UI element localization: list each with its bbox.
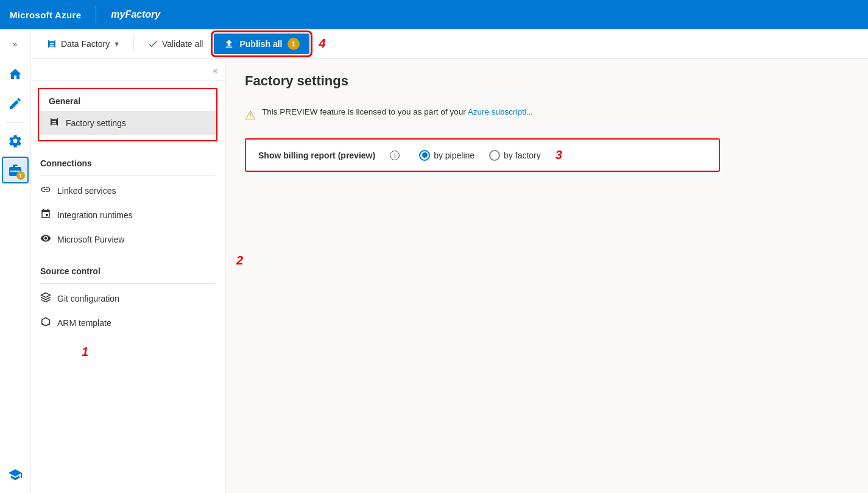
linked-services-label: Linked services	[57, 186, 116, 196]
billing-label: Show billing report (preview)	[258, 151, 375, 160]
git-icon	[40, 292, 51, 305]
annotation-1: 1	[82, 345, 88, 359]
purview-icon	[40, 233, 51, 246]
factory-settings-item[interactable]: Factory settings	[39, 111, 216, 135]
nav-icon-edit[interactable]	[2, 90, 29, 117]
left-panel: « General Factory settings 2	[30, 59, 225, 493]
nav-icon-gear[interactable]	[2, 127, 29, 154]
validate-label: Validate all	[162, 39, 203, 49]
annotation-3: 3	[556, 148, 562, 162]
warning-box: ⚠ This PREVIEW feature is licensed to yo…	[245, 101, 849, 129]
data-factory-icon	[46, 38, 57, 49]
radio-by-pipeline[interactable]: by pipeline	[419, 150, 475, 161]
data-factory-chevron: ▼	[113, 40, 120, 48]
linked-services-icon	[40, 184, 51, 197]
source-control-divider	[40, 283, 215, 284]
microsoft-purview-label: Microsoft Purview	[57, 235, 124, 244]
brand-label: Microsoft Azure	[10, 10, 81, 20]
topbar-divider	[96, 6, 96, 23]
graduation-icon	[8, 467, 23, 482]
validate-icon	[147, 38, 158, 49]
source-control-section: Source control Git configuration	[30, 257, 225, 340]
publish-badge: 1	[288, 38, 300, 50]
arm-template-label: ARM template	[57, 318, 111, 328]
factory-name-label: myFactory	[111, 9, 160, 20]
info-icon[interactable]: i	[390, 151, 400, 160]
data-factory-dropdown[interactable]: Data Factory ▼	[40, 35, 126, 53]
radio-pipeline-label: by pipeline	[434, 151, 475, 160]
nav-icon-learn[interactable]	[2, 461, 29, 488]
annotation-4: 4	[319, 37, 326, 51]
integration-runtimes-item[interactable]: Integration runtimes	[30, 203, 225, 227]
main-toolbar: Data Factory ▼ Validate all Publish all …	[30, 29, 868, 59]
connections-header: Connections	[30, 149, 225, 173]
page-title: Factory settings	[245, 73, 849, 89]
pencil-icon	[8, 96, 23, 111]
general-section-header: General	[39, 89, 216, 111]
toolbar-divider-1	[133, 37, 134, 51]
main-layout: » 1	[0, 29, 868, 493]
nav-icon-toolbox[interactable]: 1	[2, 157, 29, 183]
publish-label: Publish all	[239, 39, 282, 49]
factory-settings-icon	[49, 116, 60, 130]
factory-settings-label: Factory settings	[66, 118, 126, 128]
sidebar-divider	[6, 122, 24, 122]
warning-text: This PREVIEW feature is licensed to you …	[262, 107, 533, 116]
integration-runtimes-icon	[40, 208, 51, 222]
gear-icon	[8, 133, 23, 148]
billing-report-box: Show billing report (preview) i by pipel…	[245, 138, 720, 172]
radio-group: by pipeline by factory	[419, 150, 541, 161]
icon-sidebar: » 1	[0, 29, 30, 493]
microsoft-purview-item[interactable]: Microsoft Purview	[30, 227, 225, 252]
connections-divider	[40, 176, 215, 176]
radio-circle-pipeline	[419, 150, 430, 161]
publish-all-button[interactable]: Publish all 1	[214, 34, 309, 54]
radio-by-factory[interactable]: by factory	[489, 150, 541, 161]
data-factory-label: Data Factory	[61, 39, 110, 49]
panel-layout: « General Factory settings 2	[30, 59, 868, 493]
general-menu-box: General Factory settings	[38, 88, 217, 141]
content-area: Data Factory ▼ Validate all Publish all …	[30, 29, 868, 493]
topbar: Microsoft Azure myFactory	[0, 0, 868, 29]
arm-template-icon	[40, 316, 51, 330]
radio-factory-label: by factory	[504, 151, 541, 160]
arm-template-item[interactable]: ARM template	[30, 311, 225, 335]
sidebar-expand-button[interactable]: »	[3, 34, 27, 54]
connections-section: Connections Linked services	[30, 149, 225, 257]
source-control-header: Source control	[30, 257, 225, 281]
integration-runtimes-label: Integration runtimes	[57, 210, 133, 220]
annotation-2: 2	[236, 254, 243, 268]
validate-all-button[interactable]: Validate all	[141, 35, 209, 53]
home-icon	[8, 67, 23, 82]
azure-link[interactable]: Azure subscripti...	[468, 107, 533, 116]
left-panel-header: «	[30, 59, 225, 80]
nav-icon-home[interactable]	[2, 61, 29, 88]
git-configuration-label: Git configuration	[57, 294, 119, 303]
linked-services-item[interactable]: Linked services	[30, 179, 225, 203]
collapse-button[interactable]: «	[211, 63, 220, 77]
right-panel: Factory settings ⚠ This PREVIEW feature …	[225, 59, 868, 493]
radio-circle-factory	[489, 150, 500, 161]
publish-icon	[224, 38, 235, 49]
git-configuration-item[interactable]: Git configuration	[30, 286, 225, 311]
toolbox-badge: 1	[16, 171, 25, 180]
warning-icon: ⚠	[245, 108, 256, 122]
